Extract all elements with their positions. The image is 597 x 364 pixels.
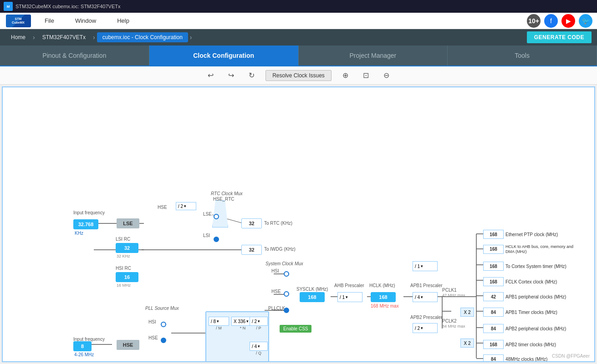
lse-value-box[interactable]: 32.768 (73, 219, 98, 229)
sysclk-val[interactable]: 168 (300, 292, 325, 302)
hclk-bus-val: 168 (483, 245, 504, 254)
pll-q-select[interactable]: / 4 (250, 342, 268, 351)
zoom-fit-button[interactable]: ⊡ (359, 69, 372, 81)
pll-m-select[interactable]: / 8 (209, 317, 229, 326)
zoom-out-button[interactable]: ⊖ (380, 69, 393, 81)
undo-button[interactable]: ↩ (204, 69, 217, 81)
tab-project[interactable]: Project Manager (299, 46, 448, 66)
hsi-unit-label: 16 MHz (117, 283, 131, 288)
hse-rtc-label: HSE_RTC (213, 197, 235, 202)
apb2-timer-label: APB2 timer clocks (MHz) (505, 342, 556, 347)
cortex-timer-label: To Cortex System timer (MHz) (505, 264, 566, 269)
stm-logo-area: STMCubeMX (0, 13, 36, 29)
hsi-value-box[interactable]: 16 (116, 272, 138, 282)
badge-icon[interactable]: 10+ (527, 14, 541, 28)
lsi-unit-label: 32 KHz (117, 254, 130, 258)
rtc-radio-lse[interactable] (214, 214, 219, 219)
help-menu[interactable]: Help (113, 15, 133, 26)
fclk-val: 168 (483, 277, 504, 286)
resolve-clock-button[interactable]: Resolve Clock Issues (265, 70, 332, 81)
tab-pinout[interactable]: Pinout & Configuration (0, 46, 149, 66)
sysclk-radio-hse[interactable] (284, 291, 289, 297)
pclk2-max-label: 84 MHz max (442, 324, 465, 329)
zoom-in-button[interactable]: ⊕ (339, 69, 352, 81)
cortex-timer-val: 168 (483, 262, 504, 271)
tabs: Pinout & Configuration Clock Configurati… (0, 46, 597, 66)
pll-radio-hse[interactable] (161, 338, 166, 343)
lsi-value-box[interactable]: 32 (116, 243, 138, 253)
toolbar: ↩ ↪ ↻ Resolve Clock Issues ⊕ ⊡ ⊖ (0, 66, 597, 85)
hsi-mux-label: HSI (271, 268, 279, 273)
rtc-radio-lsi[interactable] (214, 237, 219, 242)
apb2-periph-output-row: 84 APB2 peripheral clocks (MHz) (483, 324, 566, 333)
redo-button[interactable]: ↪ (225, 69, 238, 81)
refresh-button[interactable]: ↻ (245, 69, 258, 81)
pclk1-label: PCLK1 (442, 288, 457, 293)
twitter-icon[interactable]: 🐦 (579, 14, 592, 28)
apb1-div-select[interactable]: / 4 (413, 292, 438, 302)
lse-input-label: Input frequency (73, 210, 105, 215)
eth-ptp-label: Ethernet PTP clock (MHz) (505, 232, 558, 237)
hclk-bus-output-row: 168 HCLK to AHB bus, core, memory and DM… (483, 244, 578, 254)
pclk2-label: PCLK2 (442, 318, 457, 324)
rtc-div-select[interactable]: / 2 (176, 202, 196, 210)
apb2-x2-box: X 2 (460, 339, 474, 348)
facebook-icon[interactable]: f (544, 14, 558, 28)
file-menu[interactable]: File (41, 15, 58, 26)
bc-board[interactable]: STM32F407VETx (37, 32, 91, 42)
social-icons: 10+ f ▶ 🐦 (527, 14, 597, 28)
tab-clock[interactable]: Clock Configuration (149, 46, 299, 66)
lse-block[interactable]: LSE (117, 218, 139, 228)
youtube-icon[interactable]: ▶ (561, 14, 575, 28)
pll-hse-label: HSE (148, 335, 158, 340)
to-iwdg-val: 32 (241, 245, 262, 255)
apb1-x2-box: X 2 (460, 308, 474, 317)
ahb-div-select[interactable]: / 1 (337, 292, 362, 302)
breadcrumb: Home › STM32F407VETx › cubemx.ioc - Cloc… (0, 29, 597, 46)
sysclk-label: SYSCLK (MHz) (296, 287, 328, 292)
pll-p-select[interactable]: / 2 (250, 317, 268, 326)
hclk-label: HCLK (MHz) (369, 283, 395, 288)
apb1-timer-output-row: 84 APB1 Timer clocks (MHz) (483, 308, 557, 317)
hse-value-box[interactable]: 8 (73, 341, 92, 351)
sysclk-radio-pll[interactable] (284, 308, 289, 313)
pllclk-mux-label: PLLCLK (268, 306, 285, 311)
menu-items: File Window Help (41, 15, 133, 26)
eth-ptp-val: 168 (483, 230, 504, 239)
apb1-periph-val: 42 (483, 292, 504, 301)
apb2-timer-val: 168 (483, 340, 504, 349)
apb2-div-select[interactable]: / 2 (413, 323, 438, 333)
enable-css-button[interactable]: Enable CSS (280, 325, 311, 333)
pll-source-mux-label: PLL Source Mux (145, 306, 179, 311)
lsi-label-mux: LSI (203, 233, 210, 238)
hse-label-mux: HSE (158, 205, 167, 210)
cortex-timer-div-select[interactable]: / 1 (413, 261, 438, 271)
window-menu[interactable]: Window (71, 15, 100, 26)
to-rtc-label: To RTC (KHz) (264, 221, 292, 226)
eth-ptp-output-row: 168 Ethernet PTP clock (MHz) (483, 230, 558, 239)
sys-mux-label: System Clock Mux (265, 261, 303, 266)
fclk-output-row: 168 FCLK Cortex clock (MHz) (483, 277, 557, 286)
hse-mux-label: HSE (271, 289, 281, 294)
sysclk-radio-hsi[interactable] (284, 271, 289, 277)
stm-logo: STMCubeMX (6, 15, 31, 27)
menu-bar: STMCubeMX File Window Help 10+ f ▶ 🐦 (0, 13, 597, 29)
bc-arrow-3: › (190, 34, 192, 41)
tab-tools[interactable]: Tools (448, 46, 597, 66)
generate-code-button[interactable]: GENERATE CODE (527, 31, 592, 43)
pll-radio-hsi[interactable] (161, 322, 166, 327)
title-bar: M STM32CubeMX cubemx.ioc: STM32F407VETx (0, 0, 597, 13)
hsi-rc-label: HSI RC (116, 266, 131, 271)
cortex-timer-output-row: 168 To Cortex System timer (MHz) (483, 262, 566, 271)
hclk-val[interactable]: 168 (371, 292, 396, 302)
bc-home[interactable]: Home (5, 32, 31, 42)
pll-q-label: / Q (250, 351, 268, 355)
hse-block[interactable]: HSE (117, 340, 139, 350)
app-logo: M (4, 2, 13, 11)
ahb-prescaler-label: AHB Prescaler (334, 283, 364, 288)
apb1-timer-label: APB1 Timer clocks (MHz) (505, 310, 557, 315)
apb1-periph-output-row: 42 APB1 peripheral clocks (MHz) (483, 292, 566, 301)
apb1-prescaler-label: APB1 Prescaler (410, 283, 443, 288)
bc-arrow-2: › (93, 34, 95, 41)
bc-file[interactable]: cubemx.ioc - Clock Configuration (97, 32, 188, 42)
